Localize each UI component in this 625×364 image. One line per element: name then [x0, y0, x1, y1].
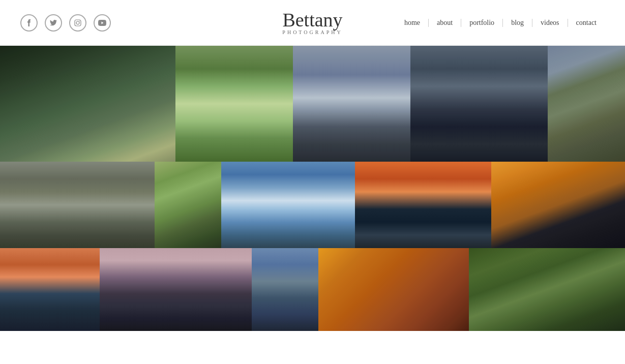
nav-about[interactable]: about — [429, 19, 461, 27]
twitter-icon[interactable] — [45, 14, 62, 32]
nav-home[interactable]: home — [396, 19, 429, 27]
instagram-icon[interactable] — [69, 14, 86, 32]
photo-waterfall-valley[interactable] — [175, 46, 293, 162]
youtube-icon[interactable] — [94, 14, 111, 32]
site-header: Bettany PHOTOGRAPHY home about portfolio… — [0, 0, 625, 46]
gallery-row-2 — [0, 162, 625, 248]
photo-coastal-cliffs[interactable] — [0, 46, 175, 162]
photo-road-mountain[interactable] — [0, 162, 155, 248]
nav-videos[interactable]: videos — [532, 19, 568, 27]
nav-blog[interactable]: blog — [503, 19, 532, 27]
svg-rect-0 — [75, 20, 81, 26]
logo-sub: PHOTOGRAPHY — [282, 29, 342, 35]
svg-point-1 — [76, 21, 79, 24]
photo-plane-wreck[interactable] — [410, 46, 548, 162]
main-nav: home about portfolio blog videos contact — [396, 19, 605, 27]
gallery-row-3 — [0, 248, 625, 331]
photo-london-bridge[interactable] — [100, 248, 252, 331]
photo-church-path[interactable] — [548, 46, 625, 162]
gallery-row-1 — [0, 46, 625, 162]
logo-text: Bettany — [282, 10, 342, 29]
nav-contact[interactable]: contact — [568, 19, 605, 27]
photo-bridge-water[interactable] — [252, 248, 318, 331]
photo-gallery — [0, 46, 625, 331]
photo-sunset-rocky-coast[interactable] — [355, 162, 491, 248]
photo-rocky-lake[interactable] — [293, 46, 410, 162]
social-icons — [20, 14, 111, 32]
facebook-icon[interactable] — [20, 14, 38, 32]
site-logo[interactable]: Bettany PHOTOGRAPHY — [282, 10, 342, 35]
photo-banyan-tree[interactable] — [469, 248, 625, 331]
photo-mountain-waterfall[interactable] — [221, 162, 355, 248]
photo-person-sunset[interactable] — [491, 162, 625, 248]
photo-sunset-water[interactable] — [0, 248, 100, 331]
svg-point-2 — [79, 20, 80, 21]
nav-portfolio[interactable]: portfolio — [461, 19, 503, 27]
photo-river-mountain[interactable] — [155, 162, 221, 248]
photo-horseshoe-bend[interactable] — [318, 248, 469, 331]
